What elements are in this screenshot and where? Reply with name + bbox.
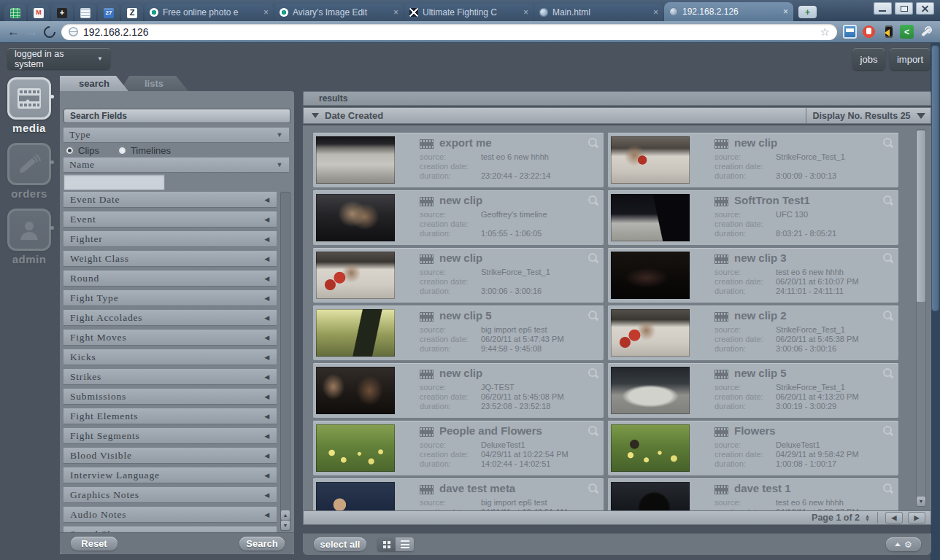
- page-stepper[interactable]: ▲▼: [865, 514, 870, 521]
- magnifier-icon[interactable]: [883, 311, 893, 321]
- share-icon[interactable]: [900, 25, 914, 39]
- jobs-button[interactable]: jobs: [852, 48, 885, 70]
- name-section-header[interactable]: Name ▼: [63, 158, 289, 172]
- magnifier-icon[interactable]: [588, 426, 598, 436]
- grid-view-button[interactable]: [377, 537, 396, 551]
- result-card[interactable]: export me source:test eo 6 new hhhh crea…: [313, 133, 604, 187]
- pinned-tab[interactable]: 27: [98, 4, 120, 21]
- video-thumbnail[interactable]: [316, 482, 395, 510]
- result-card[interactable]: new clip 5 source:StrikeForce_Test_1 cre…: [608, 363, 898, 418]
- tab-search[interactable]: search: [60, 76, 128, 91]
- reset-button[interactable]: Reset: [71, 537, 118, 551]
- magnifier-icon[interactable]: [883, 483, 893, 494]
- video-thumbnail[interactable]: [611, 194, 690, 241]
- browser-tab[interactable]: Free online photo e ×: [145, 4, 274, 21]
- browser-tab[interactable]: Ultimate Fighting C ×: [404, 4, 533, 21]
- tab-close-icon[interactable]: ×: [653, 7, 658, 18]
- sidebar-item-admin[interactable]: admin: [0, 209, 58, 265]
- video-thumbnail[interactable]: [316, 136, 395, 184]
- magnifier-icon[interactable]: [588, 368, 598, 378]
- results-scrollbar[interactable]: ▼: [916, 129, 926, 507]
- reload-button[interactable]: [42, 23, 58, 40]
- back-button[interactable]: ←: [7, 26, 20, 38]
- search-field-accordion[interactable]: Fight Accolades ◀: [63, 310, 277, 325]
- adblock-icon[interactable]: [862, 25, 876, 39]
- page-scrollbar-thumb[interactable]: [931, 45, 939, 311]
- minimize-button[interactable]: [874, 2, 892, 15]
- video-thumbnail[interactable]: [611, 309, 690, 357]
- pinned-tab[interactable]: [4, 4, 26, 21]
- sidebar-item-media[interactable]: media: [0, 77, 58, 134]
- magnifier-icon[interactable]: [588, 311, 598, 321]
- search-button[interactable]: Search: [239, 537, 285, 551]
- search-field-accordion[interactable]: Audio Notes ◀: [63, 507, 277, 522]
- search-field-accordion[interactable]: Fight Segments ◀: [63, 428, 277, 443]
- tab-close-icon[interactable]: ×: [393, 7, 398, 18]
- search-field-accordion[interactable]: Strikes ◀: [63, 369, 277, 384]
- import-button[interactable]: import: [890, 48, 931, 70]
- logged-in-user-menu[interactable]: logged in as system ▼: [7, 48, 110, 69]
- new-tab-button[interactable]: +: [798, 6, 817, 18]
- phone-icon[interactable]: [881, 25, 895, 39]
- restore-button[interactable]: [895, 2, 913, 15]
- magnifier-icon[interactable]: [883, 195, 893, 206]
- search-field-accordion[interactable]: Kicks ◀: [63, 349, 277, 365]
- pinned-tab[interactable]: Z: [121, 4, 143, 21]
- forward-button[interactable]: →: [26, 26, 38, 38]
- magnifier-icon[interactable]: [588, 483, 598, 494]
- pinned-tab[interactable]: [51, 4, 73, 21]
- magnifier-icon[interactable]: [883, 368, 893, 378]
- search-field-accordion[interactable]: Fight Moves ◀: [63, 330, 277, 345]
- result-card[interactable]: People and Flowers source:DeluxeTest1 cr…: [313, 421, 604, 475]
- screenshot-icon[interactable]: [843, 25, 857, 39]
- settings-button[interactable]: ⚙: [886, 537, 921, 551]
- tab-lists[interactable]: lists: [120, 76, 188, 91]
- browser-tab[interactable]: Main.html ×: [534, 4, 663, 21]
- browser-tab[interactable]: Aviary's Image Edit ×: [274, 4, 404, 21]
- result-card[interactable]: new clip 2 source:StrikeForce_Test_1 cre…: [608, 306, 898, 360]
- video-thumbnail[interactable]: [611, 136, 690, 184]
- result-card[interactable]: new clip 5 source:big import ep6 test cr…: [313, 306, 604, 360]
- video-thumbnail[interactable]: [316, 309, 395, 357]
- search-field-accordion[interactable]: Graphics Notes ◀: [63, 487, 277, 502]
- result-card[interactable]: new clip source:StrikeForce_Test_1 creat…: [313, 248, 604, 303]
- tab-close-icon[interactable]: ×: [783, 7, 788, 17]
- bookmark-star-icon[interactable]: ☆: [820, 26, 830, 37]
- radio-icon[interactable]: [66, 147, 74, 155]
- video-thumbnail[interactable]: [611, 482, 690, 510]
- search-field-accordion[interactable]: Blood Visible ◀: [63, 448, 277, 463]
- search-field-accordion[interactable]: Interview Language ◀: [63, 467, 277, 483]
- display-results-dropdown[interactable]: Display No. Results 25: [806, 107, 931, 124]
- address-bar[interactable]: 192.168.2.126 ☆: [61, 24, 837, 40]
- result-card[interactable]: Flowers source:DeluxeTest1 creation date…: [608, 421, 898, 475]
- search-field-accordion[interactable]: Round ◀: [63, 271, 277, 286]
- video-thumbnail[interactable]: [611, 367, 690, 414]
- result-card[interactable]: new clip source:Geoffrey's timeline crea…: [313, 190, 604, 245]
- magnifier-icon[interactable]: [588, 138, 598, 148]
- search-field-accordion[interactable]: Submissions ◀: [63, 389, 277, 404]
- video-thumbnail[interactable]: [611, 252, 690, 299]
- scroll-down-button[interactable]: ▼: [281, 521, 290, 530]
- sidebar-item-orders[interactable]: orders: [0, 143, 58, 200]
- video-thumbnail[interactable]: [316, 424, 395, 472]
- pinned-tab[interactable]: [28, 4, 50, 21]
- result-card[interactable]: new clip source:StrikeForce_Test_1 creat…: [608, 133, 898, 187]
- result-card[interactable]: new clip source:JQ-TEST creation date:06…: [313, 363, 604, 418]
- magnifier-icon[interactable]: [588, 195, 598, 206]
- pinned-tab[interactable]: [74, 4, 96, 21]
- next-page-button[interactable]: ▶: [908, 512, 925, 524]
- search-field-accordion[interactable]: Fight Elements ◀: [63, 408, 277, 424]
- scroll-up-button[interactable]: ▲: [281, 510, 290, 520]
- wrench-icon[interactable]: [919, 25, 933, 39]
- video-thumbnail[interactable]: [316, 252, 395, 299]
- type-radio-option[interactable]: Timelines: [118, 145, 171, 156]
- type-radio-option[interactable]: Clips: [66, 145, 99, 156]
- magnifier-icon[interactable]: [883, 426, 893, 436]
- search-field-accordion[interactable]: Event ◀: [63, 211, 277, 227]
- video-thumbnail[interactable]: [316, 194, 395, 241]
- prev-page-button[interactable]: ◀: [885, 512, 903, 524]
- scroll-down-button[interactable]: ▼: [917, 497, 925, 506]
- search-panel-scrollbar[interactable]: ▲ ▼: [280, 192, 290, 531]
- result-card[interactable]: dave test meta source:big import ep6 tes…: [313, 478, 604, 510]
- search-field-accordion[interactable]: Fighter ◀: [63, 231, 277, 246]
